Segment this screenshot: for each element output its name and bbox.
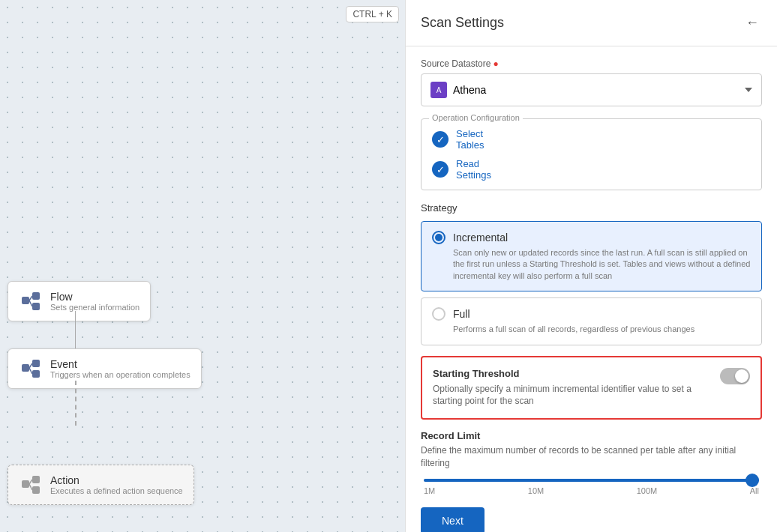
- event-node[interactable]: Event Triggers when an operation complet…: [8, 348, 202, 389]
- action-node-text: Action Executes a defined action sequenc…: [50, 474, 183, 495]
- slider-container: 1M 10M 100M All: [421, 479, 762, 495]
- full-header: Full: [432, 307, 751, 321]
- slider-label-1m: 1M: [424, 486, 435, 495]
- step-select-tables[interactable]: ✓ SelectTables: [432, 128, 751, 151]
- action-node[interactable]: Action Executes a defined action sequenc…: [8, 465, 194, 505]
- select-left: A Athena: [430, 82, 486, 98]
- settings-header: Scan Settings ←: [406, 0, 777, 46]
- toggle-knob: [735, 369, 748, 383]
- svg-rect-6: [32, 360, 40, 367]
- event-node-text: Event Triggers when an operation complet…: [50, 358, 190, 379]
- slider-fill: [424, 479, 759, 482]
- step-check-select: ✓: [432, 131, 448, 148]
- event-node-subtitle: Triggers when an operation completes: [50, 370, 190, 379]
- slider-track: [424, 479, 759, 482]
- svg-line-13: [29, 480, 32, 484]
- flow-canvas: CTRL + K Flow Sets general information: [0, 0, 405, 532]
- svg-rect-5: [22, 364, 29, 372]
- threshold-section: Starting Threshold Optionally specify a …: [421, 356, 762, 420]
- chevron-down-icon: [745, 88, 752, 92]
- incremental-desc: Scan only new or updated records since t…: [453, 247, 751, 282]
- settings-body: Source Datastore● A Athena Operation Con…: [406, 46, 777, 532]
- action-node-title: Action: [50, 474, 183, 486]
- event-node-title: Event: [50, 358, 190, 370]
- settings-title: Scan Settings: [421, 15, 504, 31]
- incremental-name: Incremental: [453, 232, 508, 244]
- record-limit-desc: Define the maximum number of records to …: [421, 444, 762, 470]
- connector-1: [75, 311, 76, 348]
- slider-labels: 1M 10M 100M All: [424, 486, 759, 495]
- svg-rect-10: [22, 480, 29, 488]
- slider-label-100m: 100M: [637, 486, 658, 495]
- ctrl-k-badge: CTRL + K: [346, 6, 399, 22]
- full-name: Full: [453, 308, 470, 320]
- athena-icon: A: [430, 82, 447, 98]
- strategy-title: Strategy: [421, 202, 762, 214]
- radio-full: [432, 307, 446, 321]
- threshold-text: Starting Threshold Optionally specify a …: [433, 368, 712, 408]
- full-desc: Performs a full scan of all records, reg…: [453, 324, 751, 335]
- record-limit-title: Record Limit: [421, 430, 762, 441]
- slider-label-10m: 10M: [528, 486, 544, 495]
- step-label-read: ReadSettings: [456, 158, 491, 181]
- threshold-toggle[interactable]: [720, 368, 750, 384]
- radio-inner-incremental: [435, 234, 442, 241]
- step-label-select: SelectTables: [456, 128, 484, 151]
- step-read-settings[interactable]: ✓ ReadSettings: [432, 158, 751, 181]
- svg-line-14: [29, 484, 32, 490]
- threshold-desc: Optionally specify a minimum incremental…: [433, 383, 712, 408]
- incremental-header: Incremental: [432, 231, 751, 244]
- svg-rect-12: [32, 486, 40, 494]
- operation-config-legend: Operation Configuration: [429, 113, 523, 122]
- slider-thumb[interactable]: [746, 474, 759, 487]
- svg-rect-11: [32, 476, 40, 483]
- flow-node-icon: [19, 289, 43, 313]
- svg-line-9: [29, 368, 32, 374]
- svg-rect-2: [32, 303, 40, 310]
- back-button[interactable]: ←: [742, 12, 762, 34]
- flow-node-text: Flow Sets general information: [50, 291, 140, 312]
- strategy-incremental[interactable]: Incremental Scan only new or updated rec…: [421, 221, 762, 291]
- svg-rect-7: [32, 370, 40, 378]
- next-button[interactable]: Next: [421, 507, 484, 532]
- source-datastore-select[interactable]: A Athena: [421, 73, 762, 106]
- svg-line-3: [29, 296, 32, 300]
- action-node-subtitle: Executes a defined action sequence: [50, 486, 183, 495]
- required-indicator: ●: [493, 58, 498, 69]
- svg-line-4: [29, 300, 32, 306]
- svg-rect-1: [32, 292, 40, 300]
- athena-label: Athena: [453, 84, 486, 96]
- strategy-full[interactable]: Full Performs a full scan of all records…: [421, 297, 762, 345]
- operation-config-group: Operation Configuration ✓ SelectTables ✓…: [421, 118, 762, 190]
- flow-node-subtitle: Sets general information: [50, 303, 140, 312]
- svg-line-8: [29, 363, 32, 368]
- threshold-title: Starting Threshold: [433, 368, 712, 379]
- source-datastore-label: Source Datastore●: [421, 58, 762, 69]
- slider-label-all: All: [750, 486, 759, 495]
- strategy-section: Strategy Incremental Scan only new or up…: [421, 202, 762, 345]
- svg-rect-0: [22, 297, 29, 304]
- action-node-icon: [19, 473, 43, 497]
- flow-node-title: Flow: [50, 291, 140, 303]
- connector-2: [75, 381, 76, 426]
- radio-incremental: [432, 231, 446, 244]
- step-check-read: ✓: [432, 161, 448, 178]
- flow-node[interactable]: Flow Sets general information: [8, 281, 151, 321]
- event-node-icon: [19, 357, 43, 381]
- record-limit-section: Record Limit Define the maximum number o…: [421, 430, 762, 495]
- settings-panel: Scan Settings ← Source Datastore● A Athe…: [405, 0, 777, 532]
